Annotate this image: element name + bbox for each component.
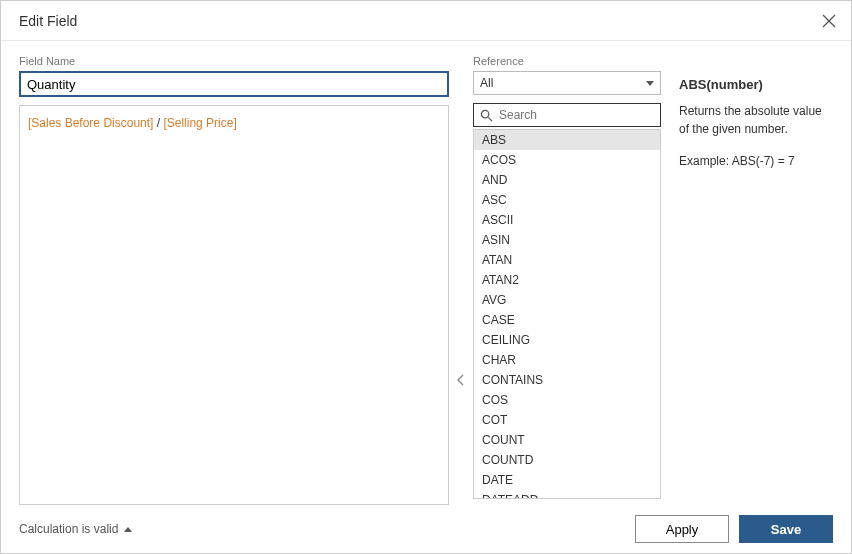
function-search-box[interactable] [473, 103, 661, 127]
caret-down-icon [646, 81, 654, 86]
validity-text: Calculation is valid [19, 522, 118, 536]
chevron-left-icon [457, 374, 465, 386]
apply-button[interactable]: Apply [635, 515, 729, 543]
svg-point-2 [481, 110, 488, 117]
function-item[interactable]: ABS [474, 130, 660, 150]
function-item[interactable]: ASCII [474, 210, 660, 230]
function-description: Returns the absolute value of the given … [679, 102, 833, 138]
function-item[interactable]: COUNTD [474, 450, 660, 470]
collapse-reference-toggle[interactable] [449, 55, 473, 505]
function-item[interactable]: AND [474, 170, 660, 190]
function-item[interactable]: COT [474, 410, 660, 430]
function-item[interactable]: CASE [474, 310, 660, 330]
formula-operator: / [153, 116, 163, 130]
function-item[interactable]: CEILING [474, 330, 660, 350]
chevron-up-icon [124, 527, 132, 532]
function-item[interactable]: COS [474, 390, 660, 410]
function-item[interactable]: CONTAINS [474, 370, 660, 390]
calculation-validity-toggle[interactable]: Calculation is valid [19, 522, 132, 536]
search-icon [480, 109, 493, 122]
function-item[interactable]: DATEADD [474, 490, 660, 499]
close-icon [822, 14, 836, 28]
function-item[interactable]: ATAN2 [474, 270, 660, 290]
function-signature: ABS(number) [679, 77, 833, 92]
save-button[interactable]: Save [739, 515, 833, 543]
reference-panel: Reference All ABSACOSANDASCASCIIASINATAN… [473, 55, 661, 505]
edit-field-dialog: Edit Field Field Name [Sales Before Disc… [0, 0, 852, 554]
field-editor-panel: Field Name [Sales Before Discount] / [Se… [19, 55, 449, 505]
function-doc-panel: ABS(number) Returns the absolute value o… [661, 55, 833, 505]
function-item[interactable]: DATE [474, 470, 660, 490]
function-item[interactable]: ASC [474, 190, 660, 210]
dialog-title: Edit Field [19, 13, 77, 29]
function-item[interactable]: CHAR [474, 350, 660, 370]
function-item[interactable]: AVG [474, 290, 660, 310]
footer-buttons: Apply Save [635, 515, 833, 543]
function-list[interactable]: ABSACOSANDASCASCIIASINATANATAN2AVGCASECE… [473, 129, 661, 499]
function-example: Example: ABS(-7) = 7 [679, 154, 833, 168]
function-item[interactable]: ACOS [474, 150, 660, 170]
formula-textarea[interactable]: [Sales Before Discount] / [Selling Price… [19, 105, 449, 505]
reference-select[interactable]: All [473, 71, 661, 95]
field-name-label: Field Name [19, 55, 449, 67]
reference-label: Reference [473, 55, 661, 67]
formula-fieldref: [Sales Before Discount] [28, 116, 153, 130]
function-search-input[interactable] [499, 108, 654, 122]
formula-fieldref: [Selling Price] [163, 116, 236, 130]
svg-line-3 [488, 117, 492, 121]
close-button[interactable] [819, 11, 839, 31]
function-item[interactable]: ATAN [474, 250, 660, 270]
reference-selected-value: All [480, 76, 493, 90]
dialog-footer: Calculation is valid Apply Save [1, 505, 851, 553]
function-item[interactable]: ASIN [474, 230, 660, 250]
field-name-input[interactable] [19, 71, 449, 97]
title-bar: Edit Field [1, 1, 851, 41]
function-item[interactable]: COUNT [474, 430, 660, 450]
